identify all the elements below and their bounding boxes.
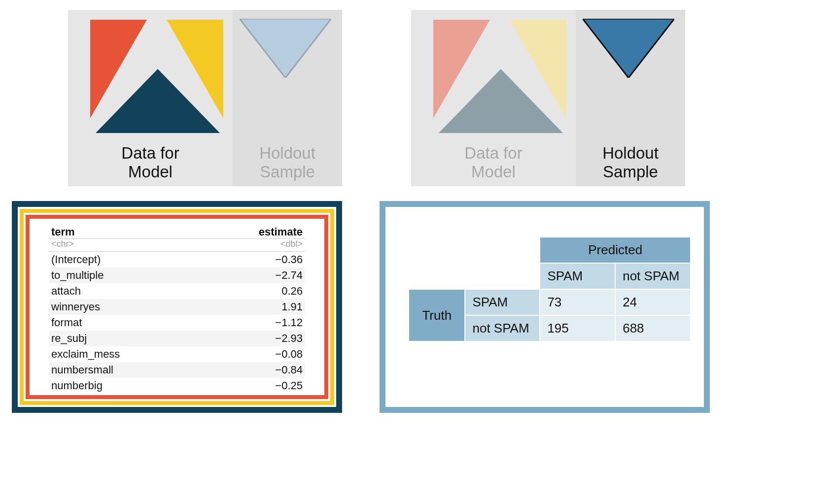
estimate-cell: −1.12 [203, 315, 305, 331]
cell-fn: 24 [615, 289, 691, 315]
col-not-spam: not SPAM [615, 263, 691, 289]
col-type-term: <chr> [49, 239, 203, 252]
label-holdout-sample-active: HoldoutSample [576, 144, 685, 181]
coefficients-table: term estimate <chr> <dbl> (Intercept)−0.… [49, 225, 305, 394]
estimate-cell: −0.08 [203, 346, 305, 362]
col-header-term: term [49, 225, 203, 239]
confusion-table: Predicted SPAM not SPAM Truth SPAM 73 24… [408, 236, 691, 342]
cell-fp: 195 [540, 315, 615, 341]
cell-tn: 688 [615, 315, 691, 341]
table-row: attach0.26 [49, 283, 305, 299]
term-cell: format [49, 315, 203, 331]
table-row: numberbig−0.25 [49, 378, 305, 394]
estimate-cell: −0.25 [203, 378, 305, 394]
term-cell: numberbig [49, 378, 203, 394]
holdout-triangle-wrap [583, 19, 674, 78]
col-spam: SPAM [540, 263, 615, 289]
estimate-cell: −2.74 [203, 268, 305, 283]
term-cell: exclaim_mess [49, 346, 203, 362]
data-split-holdout-panel: Data forModel HoldoutSample [411, 10, 685, 186]
header-truth: Truth [409, 289, 465, 341]
col-header-estimate: estimate [203, 225, 305, 239]
term-cell: re_subj [49, 331, 203, 346]
table-row: numbersmall−0.84 [49, 362, 305, 378]
term-cell: winneryes [49, 299, 203, 315]
holdout-triangle-outline [583, 19, 674, 78]
term-cell: numbersmall [49, 362, 203, 378]
data-split-train-panel: Data forModel HoldoutSample [68, 10, 342, 186]
estimate-cell: −0.36 [203, 252, 305, 268]
table-row: to_multiple−2.74 [49, 268, 305, 283]
triangle-yellow [167, 20, 223, 118]
estimate-cell: −2.93 [203, 331, 305, 346]
cell-tp: 73 [540, 289, 615, 315]
col-type-estimate: <dbl> [203, 239, 305, 252]
label-holdout-sample: HoldoutSample [233, 144, 342, 181]
table-row: winneryes1.91 [49, 299, 305, 315]
term-cell: (Intercept) [49, 252, 203, 268]
header-predicted: Predicted [540, 237, 691, 263]
table-row: exclaim_mess−0.08 [49, 346, 305, 362]
coefficients-panel: term estimate <chr> <dbl> (Intercept)−0.… [12, 201, 342, 413]
estimate-cell: 1.91 [203, 299, 305, 315]
confusion-matrix-panel: Predicted SPAM not SPAM Truth SPAM 73 24… [380, 201, 710, 413]
table-row: format−1.12 [49, 315, 305, 331]
term-cell: attach [49, 283, 203, 299]
svg-marker-1 [583, 19, 674, 78]
train-triangles [83, 20, 231, 138]
table-row: (Intercept)−0.36 [49, 252, 305, 268]
term-cell: to_multiple [49, 268, 203, 283]
triangle-red-faded [433, 20, 490, 118]
estimate-cell: −0.84 [203, 362, 305, 378]
triangle-red [90, 20, 147, 118]
train-triangles-faded [426, 20, 574, 138]
label-data-for-model-faded: Data forModel [411, 144, 576, 181]
triangle-yellow-faded [510, 20, 566, 118]
row-not-spam: not SPAM [465, 315, 540, 341]
holdout-triangle-wrap [240, 19, 331, 78]
table-row: re_subj−2.93 [49, 331, 305, 346]
row-spam: SPAM [465, 289, 540, 315]
svg-marker-0 [240, 19, 331, 78]
holdout-triangle-outline [240, 19, 331, 78]
estimate-cell: 0.26 [203, 283, 305, 299]
label-data-for-model: Data forModel [68, 144, 233, 181]
